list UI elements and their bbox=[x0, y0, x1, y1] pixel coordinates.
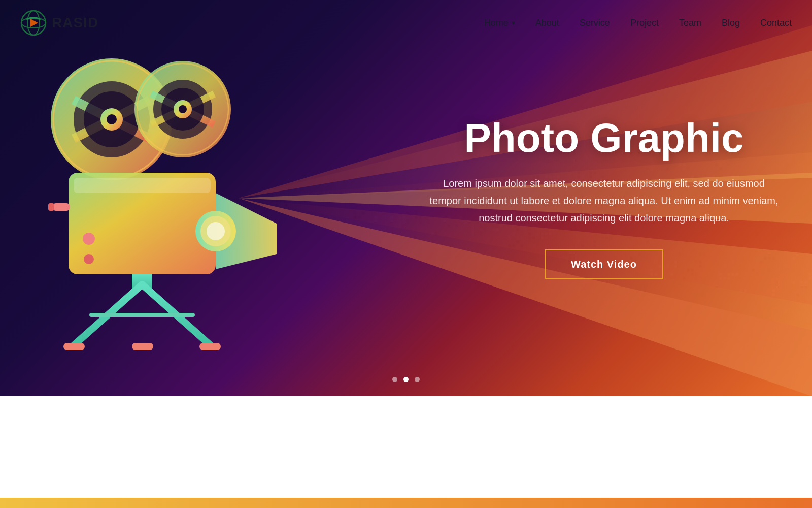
nav-link-home[interactable]: Home ▾ bbox=[484, 18, 515, 28]
projector-area bbox=[0, 0, 330, 396]
hero-content: Photo Graphic Lorem ipsum dolor sit amet… bbox=[426, 117, 782, 279]
nav-link-service[interactable]: Service bbox=[580, 18, 610, 28]
nav-link-blog[interactable]: Blog bbox=[722, 18, 740, 28]
svg-marker-3 bbox=[30, 19, 38, 27]
nav-link-contact[interactable]: Contact bbox=[760, 18, 792, 28]
nav-item-project[interactable]: Project bbox=[630, 18, 659, 28]
svg-point-27 bbox=[179, 105, 187, 113]
svg-point-18 bbox=[107, 114, 117, 124]
svg-rect-43 bbox=[199, 343, 221, 350]
svg-point-35 bbox=[207, 222, 225, 240]
svg-rect-44 bbox=[132, 343, 153, 350]
logo-icon bbox=[20, 10, 47, 36]
nav-item-blog[interactable]: Blog bbox=[722, 18, 740, 28]
svg-point-37 bbox=[84, 254, 94, 264]
nav-item-contact[interactable]: Contact bbox=[760, 18, 792, 28]
carousel-dot-1[interactable] bbox=[392, 377, 397, 382]
nav-item-team[interactable]: Team bbox=[679, 18, 701, 28]
logo[interactable]: RASID bbox=[20, 10, 98, 36]
chevron-down-icon: ▾ bbox=[512, 19, 515, 27]
nav-item-about[interactable]: About bbox=[535, 18, 559, 28]
svg-rect-31 bbox=[48, 203, 54, 211]
navbar: RASID Home ▾ About Service Project Team … bbox=[0, 0, 812, 46]
svg-point-36 bbox=[83, 233, 95, 245]
svg-rect-30 bbox=[52, 203, 70, 211]
watch-video-button[interactable]: Watch Video bbox=[545, 249, 663, 279]
projector-illustration bbox=[33, 46, 297, 351]
carousel-dots bbox=[392, 377, 420, 382]
hero-description: Lorem ipsum dolor sit amet, consectetur … bbox=[426, 175, 782, 227]
nav-item-home[interactable]: Home ▾ bbox=[484, 18, 515, 28]
hero-section: Photo Graphic Lorem ipsum dolor sit amet… bbox=[0, 0, 812, 396]
svg-rect-29 bbox=[74, 178, 211, 193]
hero-title: Photo Graphic bbox=[426, 117, 782, 160]
nav-links: Home ▾ About Service Project Team Blog C… bbox=[484, 18, 792, 28]
carousel-dot-3[interactable] bbox=[415, 377, 420, 382]
nav-link-about[interactable]: About bbox=[535, 18, 559, 28]
nav-link-project[interactable]: Project bbox=[630, 18, 659, 28]
nav-link-team[interactable]: Team bbox=[679, 18, 701, 28]
carousel-dot-2[interactable] bbox=[403, 377, 409, 382]
bottom-bar bbox=[0, 498, 812, 508]
svg-rect-42 bbox=[63, 343, 85, 350]
logo-text: RASID bbox=[52, 15, 98, 31]
nav-item-service[interactable]: Service bbox=[580, 18, 610, 28]
